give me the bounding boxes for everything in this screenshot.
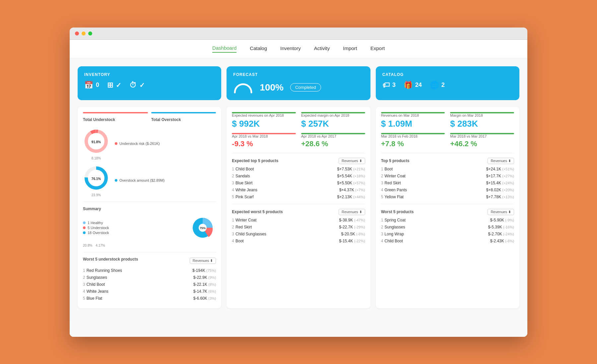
product-value: $-2.43K (-6%) [490, 239, 514, 243]
browser-chrome [70, 28, 527, 40]
product-rank: 4 [381, 188, 383, 192]
summary-overstock: 18 Overstock [83, 231, 181, 235]
forecast-card-inner: 100% Completed [233, 81, 364, 94]
product-value: $-22.9K (9%) [193, 275, 216, 280]
worst5-title: Worst 5 understock products [83, 257, 138, 262]
forecast-margin-label: Expected margin on Apr 2018 [301, 113, 365, 117]
summary-row: 1 Healthy 5 Understock 18 Overstock [83, 214, 216, 242]
inventory-stat-1-value: 0 [96, 82, 99, 89]
product-row: 4Boot$-15.4K (-22%) [232, 239, 365, 243]
product-row: 2Winter Coat$+17.7K (+27%) [381, 174, 514, 178]
product-rank: 5 [83, 296, 85, 301]
forecast-change-bars: Apr 2018 vs Mar 2018 -9.3 % Apr 2018 vs … [232, 133, 365, 148]
dot-red[interactable] [75, 31, 79, 35]
nav-inventory[interactable]: Inventory [280, 45, 301, 52]
worst5-sort[interactable]: Revenues ⬍ [190, 258, 216, 264]
overstock-summary-dot [83, 231, 86, 234]
main-content: INVENTORY 📅 0 ⊞ ✓ ⏱ ✓ [70, 58, 527, 337]
forecast-change2-value: +28.6 % [301, 140, 365, 148]
inventory-card-stats: 📅 0 ⊞ ✓ ⏱ ✓ [84, 81, 215, 90]
product-value: $+2.13K (+44%) [337, 195, 365, 199]
catalog-card-title: CATALOG [382, 72, 513, 77]
product-value: $+5.54K (+18%) [337, 174, 365, 178]
catalog-stat-2: 🎁 24 [404, 81, 422, 90]
product-rank: 4 [83, 289, 85, 294]
product-name: 2Sunglasses [83, 275, 107, 280]
product-rank: 1 [381, 167, 383, 171]
overstock-donut-row: 76.1% 23.9% Overstock amount ($2.89M) [83, 165, 216, 197]
inventory-stat-3-value: ✓ [139, 81, 145, 89]
forecast-metric-bars: Expected revenues on Apr 2018 $ 992K Exp… [232, 112, 365, 129]
product-name: 2Winter Coat [381, 174, 406, 178]
catalog-panel: Revenues on Mar 2018 $ 1.09M Margin on M… [376, 107, 519, 308]
product-value: $-22.1K (8%) [193, 282, 216, 287]
catalog-change2-value: +46.2 % [450, 140, 514, 148]
product-name: 5Yellow Flat [381, 195, 404, 199]
forecast-worst5-title: Expected worst 5 products [232, 210, 283, 214]
product-row: 1Red Running Shoes$-194K (75%) [83, 268, 216, 273]
forecast-worst5-header: Expected worst 5 products Revenues ⬍ [232, 209, 365, 215]
product-row: 3Red Skirt$+15.4K (+24%) [381, 181, 514, 185]
product-row: 3Long Wrap$-2.70K (-24%) [381, 232, 514, 236]
summary-pcts: 20.8% 4.17% [83, 244, 216, 247]
product-rank: 1 [83, 268, 85, 273]
inventory-stat-2-value: ✓ [116, 81, 121, 89]
nav-bar: Dashboard Catalog Inventory Activity Imp… [70, 40, 527, 58]
product-name: 4White Jeans [83, 289, 108, 294]
forecast-rev-value: $ 992K [232, 119, 296, 129]
understock-legend-dot [115, 142, 117, 145]
nav-dashboard[interactable]: Dashboard [212, 45, 236, 53]
dot-green[interactable] [88, 31, 92, 35]
product-value: $-5.39K (-16%) [488, 225, 514, 229]
globe-icon: 🌐 [430, 81, 439, 90]
product-value: $-22.7K (-29%) [339, 225, 365, 229]
product-row: 2Red Skirt$-22.7K (-29%) [232, 225, 365, 229]
understock-inner-pct: 91.8% [92, 140, 101, 144]
product-rank: 2 [232, 174, 234, 178]
product-rank: 4 [232, 188, 234, 192]
forecast-change1-value: -9.3 % [232, 140, 296, 148]
catalog-top5-header: Top 5 products Revenues ⬍ [381, 158, 514, 164]
nav-catalog[interactable]: Catalog [250, 45, 267, 52]
catalog-worst5-list: 1Spring Coat$-5.90K (-9%)2Sunglasses$-5.… [381, 218, 514, 243]
tag-icon: 🏷 [382, 81, 390, 90]
overstock-bar [151, 112, 216, 113]
forecast-card-title: FORECAST [233, 72, 364, 77]
catalog-top5-list: 1Boot$+24.1K (+51%)2Winter Coat$+17.7K (… [381, 167, 514, 199]
forecast-margin-value: $ 257K [301, 119, 365, 129]
catalog-top5-sort[interactable]: Revenues ⬍ [488, 158, 514, 164]
catalog-worst5-sort[interactable]: Revenues ⬍ [488, 209, 514, 215]
nav-activity[interactable]: Activity [314, 45, 330, 52]
product-value: $+7.78K (+13%) [486, 195, 514, 199]
product-row: 5Pink Scarf$+2.13K (+44%) [232, 195, 365, 199]
nav-import[interactable]: Import [343, 45, 357, 52]
catalog-change-bars: Mar 2018 vs Feb 2018 +7.8 % Mar 2018 vs … [381, 133, 514, 148]
product-rank: 3 [232, 181, 234, 185]
browser-window: Dashboard Catalog Inventory Activity Imp… [70, 28, 527, 337]
worst5-header: Worst 5 understock products Revenues ⬍ [83, 257, 216, 265]
forecast-percent: 100% [260, 82, 284, 93]
product-value: $-2.70K (-24%) [488, 232, 514, 236]
inventory-stat-1: 📅 0 [84, 81, 99, 90]
product-rank: 3 [83, 282, 85, 287]
dot-yellow[interactable] [82, 31, 86, 35]
nav-export[interactable]: Export [370, 45, 385, 52]
catalog-margin-label: Margin on Mar 2018 [450, 113, 514, 117]
forecast-worst5-sort[interactable]: Revenues ⬍ [339, 209, 365, 215]
product-rank: 1 [232, 218, 234, 222]
overstock-donut: 76.1% [83, 165, 109, 193]
catalog-stat-1: 🏷 3 [382, 81, 396, 90]
catalog-card: CATALOG 🏷 3 🎁 24 🌐 2 [376, 66, 519, 100]
inventory-card-title: INVENTORY [84, 72, 215, 77]
forecast-rev-label: Expected revenues on Apr 2018 [232, 113, 296, 117]
forecast-top5-list: 1Child Boot$+7.53K (+21%)2Sandals$+5.54K… [232, 167, 365, 199]
summary-understock: 5 Understock [83, 226, 181, 230]
healthy-dot [83, 221, 86, 224]
product-row: 4Green Pants$+8.02K (+20%) [381, 188, 514, 192]
forecast-top5-sort[interactable]: Revenues ⬍ [339, 158, 365, 164]
catalog-top5-title: Top 5 products [381, 158, 410, 163]
catalog-change1-label: Mar 2018 vs Feb 2018 [381, 134, 445, 138]
product-value: $-5.90K (-9%) [490, 218, 514, 222]
product-name: 3Long Wrap [381, 232, 404, 236]
product-name: 1Child Boot [232, 167, 254, 171]
